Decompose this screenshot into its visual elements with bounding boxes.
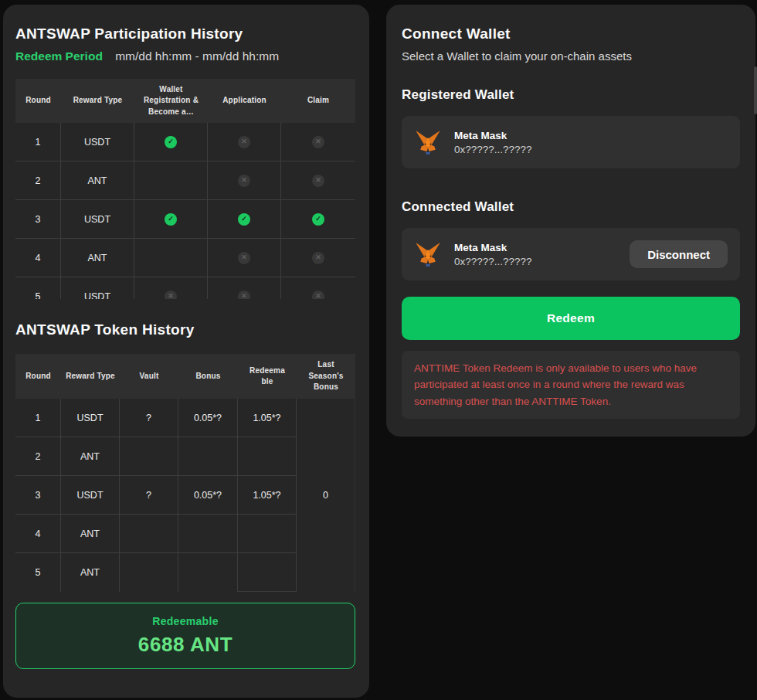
vault-cell: ? <box>120 399 178 437</box>
round-cell: 2 <box>15 161 61 200</box>
cross-icon: ✕ <box>312 252 324 264</box>
check-icon: ✓ <box>238 213 250 226</box>
redeemable-cell <box>238 553 297 592</box>
round-cell: 5 <box>15 553 61 592</box>
round-cell: 5 <box>15 277 61 299</box>
redeem-period-value: mm/dd hh:mm - mm/dd hh:mm <box>115 49 279 63</box>
registered-wallet-card[interactable]: Meta Mask 0x?????...????? <box>402 116 740 168</box>
round-cell: 4 <box>15 515 61 553</box>
application-status-cell: ✕ <box>208 123 281 161</box>
wallet-info: Meta Mask 0x?????...????? <box>454 242 532 267</box>
column-header: Last Season's Bonus <box>297 354 355 399</box>
redeemable-cell: 1.05*? <box>238 476 297 515</box>
connect-wallet-panel: Connect Wallet Select a Wallet to claim … <box>386 5 755 437</box>
column-header: Round <box>15 354 61 399</box>
application-status-cell: ✕ <box>208 277 281 299</box>
claim-status-cell: ✓ <box>281 200 355 239</box>
vault-cell <box>120 437 178 476</box>
participation-table[interactable]: RoundReward TypeWallet Registration & Be… <box>15 79 355 299</box>
token-table-body: 01USDT?0.05*?1.05*?2ANT3USDT?0.05*?1.05*… <box>15 399 355 592</box>
column-header: Vault <box>120 354 178 399</box>
bonus-cell <box>178 515 238 553</box>
metamask-fox-icon <box>414 240 442 268</box>
column-header: Wallet Registration & Become a… <box>134 79 208 123</box>
vault-cell: ? <box>120 476 178 515</box>
column-header: Claim <box>281 79 355 123</box>
column-header: Application <box>208 79 281 123</box>
last-seasons-bonus-cell: 0 <box>297 399 355 592</box>
reward-type-cell: USDT <box>61 476 120 515</box>
redeemable-amount: 6688 ANT <box>138 633 233 657</box>
application-status-cell: ✕ <box>208 161 281 200</box>
reward-type-cell: USDT <box>61 399 120 437</box>
vault-cell <box>120 515 178 553</box>
round-cell: 3 <box>15 476 61 515</box>
metamask-fox-icon <box>414 128 442 156</box>
claim-status-cell: ✕ <box>281 161 355 200</box>
connected-wallet-heading: Connected Wallet <box>402 199 740 215</box>
redeem-period: Redeem Period mm/dd hh:mm - mm/dd hh:mm <box>15 49 355 63</box>
connect-wallet-title: Connect Wallet <box>402 25 740 42</box>
vault-cell <box>120 553 178 592</box>
bonus-cell <box>178 553 238 592</box>
claim-status-cell: ✕ <box>281 239 355 277</box>
wallet-address: 0x?????...????? <box>454 144 532 155</box>
round-cell: 1 <box>15 123 61 161</box>
wallet-registration-status-cell: ✓ <box>134 123 208 161</box>
column-header: Reward Type <box>61 79 134 123</box>
wallet-registration-status-cell <box>134 161 208 200</box>
wallet-info: Meta Mask 0x?????...????? <box>454 130 532 155</box>
cross-icon: ✕ <box>312 136 324 148</box>
redeemable-cell <box>238 515 297 553</box>
redeem-button[interactable]: Redeem <box>402 297 740 340</box>
claim-status-cell: ✕ <box>281 277 355 299</box>
application-status-cell: ✓ <box>208 200 281 239</box>
check-icon: ✓ <box>165 136 177 148</box>
page-scrollbar-thumb[interactable] <box>754 66 757 114</box>
reward-type-cell: ANT <box>61 553 120 592</box>
reward-type-cell: ANT <box>61 161 134 200</box>
wallet-registration-status-cell: ✕ <box>134 277 208 299</box>
cross-icon: ✕ <box>165 291 177 300</box>
wallet-registration-status-cell: ✓ <box>134 200 208 239</box>
cross-icon: ✕ <box>312 175 324 187</box>
wallet-name: Meta Mask <box>454 130 532 141</box>
cross-icon: ✕ <box>238 252 250 264</box>
wallet-address: 0x?????...????? <box>454 256 532 267</box>
redeemable-cell: 1.05*? <box>238 399 297 437</box>
wallet-name: Meta Mask <box>454 242 532 253</box>
participation-panel: ANTSWAP Participation History Redeem Per… <box>3 5 369 698</box>
token-table-header: RoundReward TypeVaultBonusRedeemableLast… <box>15 354 355 399</box>
reward-type-cell: ANT <box>61 239 134 277</box>
column-header: Reward Type <box>61 354 120 399</box>
connect-wallet-subtitle: Select a Wallet to claim your on-chain a… <box>402 49 740 63</box>
participation-history-title: ANTSWAP Participation History <box>15 25 355 42</box>
wallet-registration-status-cell <box>134 239 208 277</box>
check-icon: ✓ <box>165 213 177 226</box>
claim-status-cell: ✕ <box>281 123 355 161</box>
registered-wallet-heading: Registered Wallet <box>402 87 740 103</box>
token-history-title: ANTSWAP Token History <box>15 321 355 338</box>
round-cell: 3 <box>15 200 61 239</box>
cross-icon: ✕ <box>238 136 250 148</box>
cross-icon: ✕ <box>238 291 250 300</box>
redeemable-label: Redeemable <box>152 615 218 627</box>
round-cell: 4 <box>15 239 61 277</box>
reward-type-cell: USDT <box>61 200 134 239</box>
round-cell: 2 <box>15 437 61 476</box>
round-cell: 1 <box>15 399 61 437</box>
column-header: Bonus <box>178 354 238 399</box>
check-icon: ✓ <box>312 213 324 226</box>
cross-icon: ✕ <box>312 291 324 300</box>
redeem-warning-note: ANTTIME Token Redeem is only available t… <box>402 351 740 419</box>
reward-type-cell: ANT <box>61 515 120 553</box>
connected-wallet-card[interactable]: Meta Mask 0x?????...????? Disconnect <box>402 228 740 280</box>
application-status-cell: ✕ <box>208 239 281 277</box>
reward-type-cell: USDT <box>61 277 134 299</box>
token-history-table: RoundReward TypeVaultBonusRedeemableLast… <box>15 354 355 592</box>
disconnect-button[interactable]: Disconnect <box>630 240 728 268</box>
reward-type-cell: ANT <box>61 437 120 476</box>
cross-icon: ✕ <box>238 175 250 187</box>
reward-type-cell: USDT <box>61 123 134 161</box>
redeemable-summary-box: Redeemable 6688 ANT <box>15 603 355 669</box>
